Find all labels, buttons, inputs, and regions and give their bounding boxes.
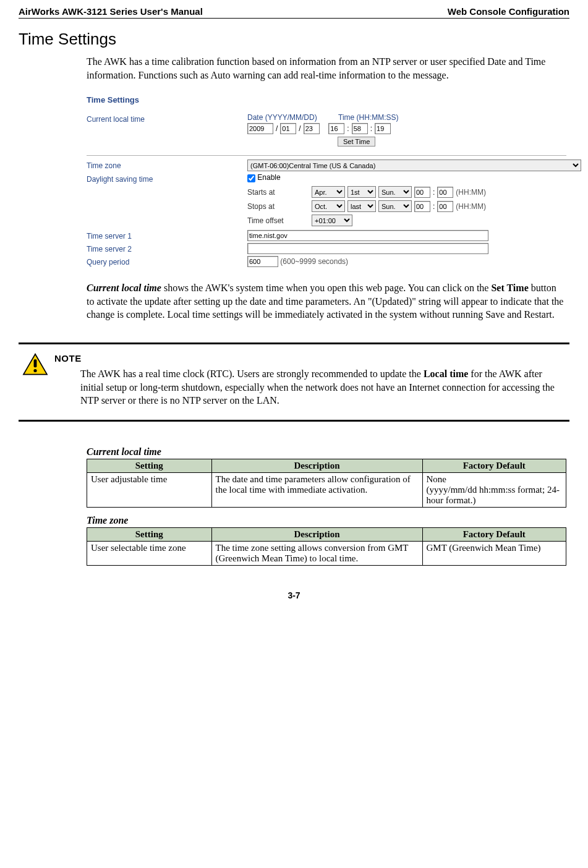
stops-at-label: Stops at	[247, 202, 309, 211]
th-setting: Setting	[87, 527, 212, 541]
header-right: Web Console Configuration	[448, 6, 569, 17]
enable-label: Enable	[257, 173, 280, 182]
start-hour-input[interactable]	[414, 187, 430, 198]
year-input[interactable]	[247, 123, 273, 134]
time-server-2-label: Time server 2	[87, 243, 247, 253]
note-bold: Local time	[424, 368, 468, 379]
td-setting: User selectable time zone	[87, 541, 212, 565]
time-heading: Time (HH:MM:SS)	[338, 113, 399, 122]
svg-rect-1	[34, 359, 37, 367]
query-period-note: (600~9999 seconds)	[280, 257, 348, 266]
current-local-time-paragraph: Current local time shows the AWK's syste…	[87, 281, 566, 321]
day-input[interactable]	[304, 123, 320, 134]
query-period-input[interactable]	[247, 256, 278, 267]
start-day-select[interactable]: Sun.	[378, 186, 412, 198]
th-setting: Setting	[87, 459, 212, 472]
time-server-2-input[interactable]	[247, 243, 488, 254]
td-default: None (yyyy/mm/dd hh:mm:ss format; 24-hou…	[422, 472, 566, 507]
stop-min-input[interactable]	[437, 201, 453, 212]
td-description: The time zone setting allows conversion …	[211, 541, 422, 565]
page-title: Time Settings	[19, 30, 569, 49]
warning-icon	[22, 353, 48, 377]
table-row: User selectable time zone The time zone …	[87, 541, 566, 565]
current-local-time-label: Current local time	[87, 113, 247, 124]
td-setting: User adjustable time	[87, 472, 212, 507]
header-rule	[19, 18, 569, 19]
table-time-zone: Setting Description Factory Default User…	[87, 527, 566, 566]
hhmm-label-1: (HH:MM)	[456, 188, 486, 197]
starts-at-label: Starts at	[247, 188, 309, 197]
set-time-button[interactable]: Set Time	[338, 137, 375, 147]
hhmm-label-2: (HH:MM)	[456, 202, 486, 211]
dst-enable-checkbox[interactable]	[247, 174, 255, 182]
timezone-label: Time zone	[87, 160, 247, 170]
timezone-select[interactable]: (GMT-06:00)Central Time (US & Canada)	[247, 160, 581, 171]
date-heading: Date (YYYY/MM/DD)	[247, 113, 337, 122]
note-text: The AWK has a real time clock (RTC). Use…	[80, 367, 566, 407]
time-offset-label: Time offset	[247, 216, 309, 225]
page-number: 3-7	[19, 590, 569, 600]
start-week-select[interactable]: 1st	[347, 186, 376, 198]
time-server-1-label: Time server 1	[87, 230, 247, 240]
set-time-bold: Set Time	[491, 283, 528, 293]
clt-mid1: shows the AWK's system time when you ope…	[161, 283, 492, 293]
clt-bold: Current local time	[87, 283, 161, 293]
header-left: AirWorks AWK-3121 Series User's Manual	[19, 6, 203, 17]
note-t1: The AWK has a real time clock (RTC). Use…	[80, 368, 424, 379]
th-default: Factory Default	[422, 459, 566, 472]
dst-label: Daylight saving time	[87, 173, 247, 184]
th-default: Factory Default	[422, 527, 566, 541]
time-settings-panel: Time Settings Current local time Date (Y…	[87, 93, 566, 275]
time-offset-select[interactable]: +01:00	[312, 215, 352, 226]
table-current-local-time: Setting Description Factory Default User…	[87, 459, 566, 508]
table-row: User adjustable time The date and time p…	[87, 472, 566, 507]
table-title-timezone: Time zone	[87, 515, 566, 526]
minute-input[interactable]	[352, 123, 368, 134]
query-period-label: Query period	[87, 256, 247, 266]
second-input[interactable]	[375, 123, 391, 134]
table-title-current: Current local time	[87, 446, 566, 457]
td-description: The date and time parameters allow confi…	[211, 472, 422, 507]
note-block: NOTE The AWK has a real time clock (RTC)…	[19, 343, 569, 422]
th-description: Description	[211, 459, 422, 472]
hour-input[interactable]	[328, 123, 344, 134]
th-description: Description	[211, 527, 422, 541]
time-server-1-input[interactable]	[247, 230, 488, 241]
stop-month-select[interactable]: Oct.	[312, 200, 345, 212]
month-input[interactable]	[280, 123, 296, 134]
panel-divider	[87, 155, 566, 156]
start-month-select[interactable]: Apr.	[312, 186, 345, 198]
start-min-input[interactable]	[437, 187, 453, 198]
stop-week-select[interactable]: last	[347, 200, 376, 212]
intro-paragraph: The AWK has a time calibration function …	[87, 55, 566, 82]
stop-hour-input[interactable]	[414, 201, 430, 212]
svg-point-2	[33, 369, 36, 372]
td-default: GMT (Greenwich Mean Time)	[422, 541, 566, 565]
note-title: NOTE	[54, 353, 566, 364]
stop-day-select[interactable]: Sun.	[378, 200, 412, 212]
panel-heading: Time Settings	[87, 95, 566, 104]
